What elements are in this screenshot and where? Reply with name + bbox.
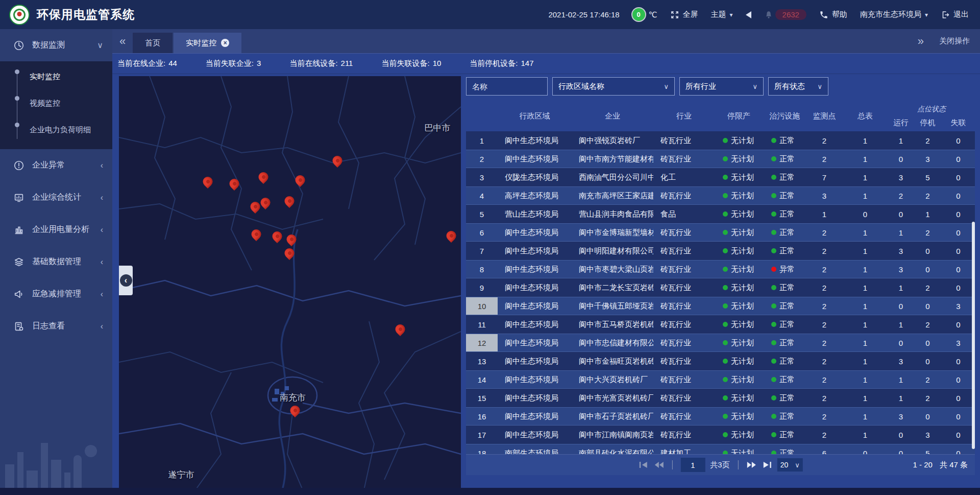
- next-page-icon[interactable]: [747, 461, 757, 468]
- sidebar-item-4[interactable]: 基础数据管理‹: [0, 246, 112, 278]
- help-button[interactable]: 帮助: [819, 10, 847, 19]
- prev-page-icon[interactable]: [653, 461, 664, 468]
- tab-1[interactable]: 实时监控×: [174, 33, 241, 53]
- sidebar-item-0[interactable]: 数据监测∨: [0, 29, 112, 61]
- sidebar-subitem-0-2[interactable]: 企业电力负荷明细: [0, 116, 112, 143]
- cell-production-text: 无计划: [731, 412, 754, 421]
- status-dot-green-icon: [771, 230, 776, 235]
- cell-region: 阆中生态环境局: [498, 408, 572, 425]
- status-label: 当前失联设备:: [381, 59, 429, 68]
- cell-meter: 1: [842, 261, 888, 278]
- table-row-17[interactable]: 17阆中生态环境局阆中市江南镇阆南页岩砖瓦行业无计划正常21030: [466, 426, 975, 444]
- last-page-icon[interactable]: [762, 461, 772, 468]
- cell-index: 8: [466, 261, 498, 278]
- cell-lost: 0: [942, 408, 975, 425]
- status-dot-green-icon: [723, 211, 728, 217]
- cell-region-text: 营山生态环境局: [505, 209, 558, 219]
- first-page-icon[interactable]: [638, 461, 648, 468]
- page-size-select[interactable]: 20 ∨: [777, 458, 803, 472]
- scrollbar-thumb[interactable]: [972, 222, 975, 449]
- sidebar-item-1[interactable]: 企业异常‹: [0, 149, 112, 181]
- theme-dropdown[interactable]: 主题 ▾: [711, 10, 733, 19]
- org-dropdown[interactable]: 南充市生态环境局 ▾: [860, 10, 928, 19]
- cell-lost: 0: [942, 168, 975, 186]
- status-label: 当前在线设备:: [289, 59, 337, 68]
- cell-region: 高坪生态环境局: [498, 187, 572, 204]
- table-row-9[interactable]: 9阆中生态环境局阆中市二龙长宝页岩砖砖瓦行业无计划正常21120: [466, 278, 975, 297]
- table-row-12[interactable]: 12阆中生态环境局阆中市忠信建材有限公砖瓦行业无计划正常21003: [466, 334, 975, 352]
- sidebar-item-2[interactable]: 企业综合统计‹: [0, 181, 112, 214]
- sidebar-item-5[interactable]: 应急减排管理‹: [0, 278, 112, 310]
- tab-0[interactable]: 首页: [133, 33, 173, 53]
- cell-production-text: 无计划: [731, 430, 754, 440]
- sidebar-item-3[interactable]: 企业用电量分析‹: [0, 214, 112, 246]
- chevron-left-icon: ‹: [101, 161, 103, 170]
- tabs-scroll-right-icon[interactable]: »: [918, 35, 924, 48]
- table-row-14[interactable]: 14阆中生态环境局阆中大兴页岩机砖厂砖瓦行业无计划正常21120: [466, 370, 975, 389]
- mute-button[interactable]: [746, 11, 751, 18]
- sidebar-subitem-0-1[interactable]: 视频监控: [0, 90, 112, 116]
- sidebar: 数据监测∨实时监控视频监控企业电力负荷明细企业异常‹企业综合统计‹企业用电量分析…: [0, 29, 112, 488]
- status-item-0: 当前在线企业:44: [117, 59, 177, 68]
- status-dot-green-icon: [771, 138, 776, 143]
- name-filter-input[interactable]: [466, 77, 548, 96]
- cell-enterprise: 阆中市金博瑞新型墙材: [572, 224, 653, 241]
- table-row-15[interactable]: 15阆中生态环境局阆中市光富页岩机砖厂砖瓦行业无计划正常21120: [466, 389, 975, 407]
- speaker-icon: [746, 11, 751, 18]
- table-row-16[interactable]: 16阆中生态环境局阆中市石子页岩机砖厂砖瓦行业无计划正常21300: [466, 407, 975, 426]
- table-row-4[interactable]: 4高坪生态环境局南充市高坪区王家店建砖瓦行业无计划正常31220: [466, 186, 975, 205]
- page-number-input[interactable]: [680, 458, 705, 472]
- cell-production-text: 无计划: [731, 173, 754, 182]
- table-row-5[interactable]: 5营山生态环境局营山县润丰肉食品有限食品无计划正常10010: [466, 205, 975, 223]
- cell-enterprise: 阆中大兴页岩机砖厂: [572, 371, 653, 388]
- table-row-13[interactable]: 13阆中生态环境局阆中市金福旺页岩机砖砖瓦行业无计划正常21300: [466, 352, 975, 370]
- cell-production-text: 无计划: [731, 357, 754, 366]
- table-header: 行政区域 企业 行业 停限产 治污设施 监测点 总表 点位状态 运行 停机 失联: [466, 101, 975, 131]
- status-dot-green-icon: [771, 248, 776, 253]
- col-points: 监测点: [806, 101, 842, 131]
- sidebar-subitem-0-0[interactable]: 实时监控: [0, 63, 112, 90]
- table-row-1[interactable]: 1阆中生态环境局阆中强锐页岩砖厂砖瓦行业无计划正常21120: [466, 131, 975, 150]
- status-item-3: 当前失联设备:10: [381, 59, 441, 68]
- map-city-label: 遂宁市: [168, 469, 194, 481]
- close-icon[interactable]: ×: [221, 39, 229, 47]
- cell-points-text: 6: [822, 449, 826, 455]
- status-value: 44: [168, 59, 177, 68]
- table-row-3[interactable]: 3仪陇生态环境局西南油气田分公司川中化工无计划正常71350: [466, 168, 975, 186]
- tabs-scroll-left-icon[interactable]: «: [119, 35, 126, 48]
- panel-collapse-button[interactable]: ‹: [119, 266, 133, 295]
- fullscreen-button[interactable]: 全屏: [670, 10, 698, 19]
- table-row-10[interactable]: 10阆中生态环境局阆中千佛镇五郎垭页岩砖瓦行业无计划正常21003: [466, 297, 975, 315]
- cell-meter: 1: [842, 334, 888, 351]
- status-dot-green-icon: [723, 451, 728, 454]
- industry-filter-select[interactable]: 所有行业 ∨: [679, 77, 764, 96]
- cell-region: 营山生态环境局: [498, 205, 572, 223]
- filter-bar: 行政区域名称 ∨ 所有行业 ∨ 所有状态 ∨: [466, 77, 975, 96]
- table-row-7[interactable]: 7阆中生态环境局阆中明阳建材有限公司砖瓦行业无计划正常21300: [466, 242, 975, 260]
- region-filter-select[interactable]: 行政区域名称 ∨: [552, 77, 675, 96]
- status-filter-select[interactable]: 所有状态 ∨: [768, 77, 828, 96]
- table-row-11[interactable]: 11阆中生态环境局阆中市五马桥页岩机砖砖瓦行业无计划正常21120: [466, 315, 975, 334]
- close-actions-button[interactable]: 关闭操作: [939, 36, 970, 46]
- cell-production-text: 无计划: [731, 246, 754, 256]
- cell-enterprise: 阆中市五马桥页岩机砖: [572, 315, 653, 334]
- sidebar-item-6[interactable]: 日志查看‹: [0, 310, 112, 342]
- table-row-2[interactable]: 2阆中生态环境局阆中市南方节能建材有砖瓦行业无计划正常21030: [466, 150, 975, 168]
- chevron-down-icon: ∨: [817, 83, 822, 90]
- table-row-8[interactable]: 8阆中生态环境局阆中市枣碧大梁山页岩砖瓦行业无计划异常21300: [466, 260, 975, 278]
- cell-stop: 3: [914, 426, 942, 444]
- cell-enterprise-text: 阆中市二龙长宝页岩砖: [579, 283, 653, 293]
- cell-points-text: 2: [822, 265, 826, 274]
- status-dot-green-icon: [723, 285, 728, 290]
- table-row-18[interactable]: 18南部生态环境局南部县砖化水泥有限公建材加工无计划正常60050: [466, 444, 975, 454]
- logout-button[interactable]: 退出: [941, 10, 969, 19]
- divider: [672, 460, 672, 469]
- cell-stop-text: 5: [925, 449, 929, 455]
- cell-index: 12: [466, 334, 498, 351]
- table-row-6[interactable]: 6阆中生态环境局阆中市金博瑞新型墙材砖瓦行业无计划正常21120: [466, 223, 975, 242]
- cell-production-text: 无计划: [731, 375, 754, 385]
- divider: [738, 460, 739, 469]
- notifications-button[interactable]: 2632: [764, 9, 806, 20]
- cell-stop: 0: [914, 334, 942, 351]
- cell-run-text: 1: [899, 284, 903, 292]
